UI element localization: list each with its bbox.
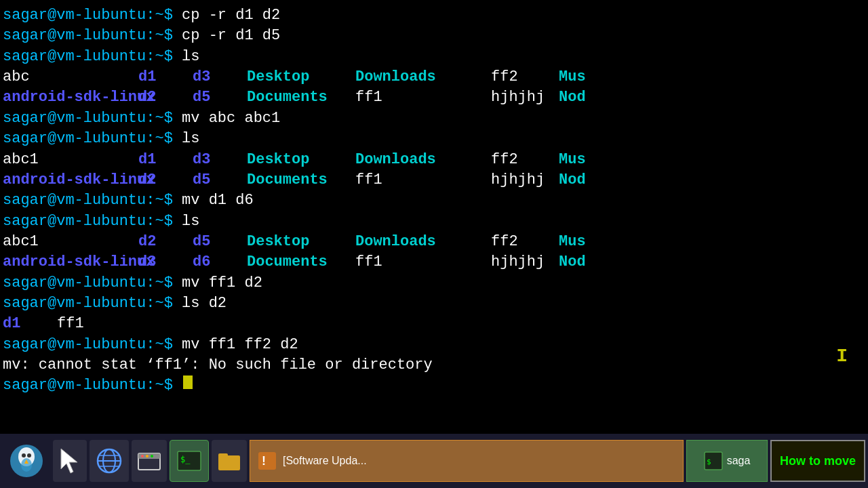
howto-label-button[interactable]: How to move bbox=[770, 440, 865, 482]
ls-item: Nod bbox=[559, 170, 586, 190]
prompt: sagar@vm-lubuntu:~$ bbox=[3, 190, 182, 211]
start-menu-button[interactable] bbox=[3, 440, 50, 482]
prompt: sagar@vm-lubuntu:~$ bbox=[3, 293, 182, 314]
prompt: sagar@vm-lubuntu:~$ bbox=[3, 211, 182, 232]
ls-item: android-sdk-linux bbox=[3, 252, 138, 272]
prompt: sagar@vm-lubuntu:~$ bbox=[3, 26, 182, 46]
ls-item: Downloads bbox=[355, 232, 491, 252]
ls-item: Desktop bbox=[247, 232, 355, 252]
command-text: ls bbox=[182, 211, 199, 232]
ls-item: d2 bbox=[138, 87, 193, 108]
command-text: mv abc abc1 bbox=[182, 108, 280, 129]
ls-item: d2 bbox=[138, 170, 193, 190]
terminal-cursor bbox=[183, 375, 193, 389]
command-text: ls d2 bbox=[182, 293, 226, 314]
command-text: mv d1 d6 bbox=[182, 190, 254, 211]
folder-icon bbox=[217, 449, 241, 473]
svg-rect-19 bbox=[218, 455, 240, 470]
prompt: sagar@vm-lubuntu:~$ bbox=[3, 129, 182, 149]
svg-text:!: ! bbox=[262, 454, 266, 468]
taskbar: $_ ! [Software Upda... $ saga How to mov… bbox=[0, 434, 868, 488]
cursor-icon bbox=[58, 447, 81, 474]
prompt: sagar@vm-lubuntu:~$ bbox=[3, 108, 182, 129]
ls-item: d1 bbox=[138, 150, 193, 170]
svg-text:$: $ bbox=[707, 458, 711, 466]
command-text: mv ff1 ff2 d2 bbox=[182, 335, 298, 355]
ls-output-row: android-sdk-linux d2 d5 Documents ff1 hj… bbox=[3, 170, 865, 190]
ls-item: d3 bbox=[193, 67, 247, 87]
terminal: sagar@vm-lubuntu:~$ cp -r d1 d2 sagar@vm… bbox=[0, 0, 868, 434]
ls-item: Mus bbox=[559, 67, 586, 87]
svg-point-3 bbox=[22, 453, 26, 458]
ls-item: Nod bbox=[559, 252, 586, 272]
terminal-line: sagar@vm-lubuntu:~$ mv ff1 ff2 d2 bbox=[3, 335, 865, 355]
software-update-icon: ! bbox=[257, 451, 277, 471]
file-manager-button[interactable] bbox=[132, 440, 167, 482]
svg-rect-20 bbox=[218, 453, 228, 458]
text-cursor-indicator: I bbox=[836, 346, 848, 367]
ls-item: Nod bbox=[559, 87, 586, 108]
command-text: ls bbox=[182, 129, 199, 149]
terminal-icon: $_ bbox=[176, 447, 203, 474]
ls-output-row: android-sdk-linux d3 d6 Documents ff1 hj… bbox=[3, 252, 865, 272]
prompt: sagar@vm-lubuntu:~$ bbox=[3, 5, 182, 26]
ls-item: Downloads bbox=[355, 67, 491, 87]
ls-item: hjhjhj bbox=[491, 252, 559, 272]
ls-item: d6 bbox=[193, 252, 247, 272]
howto-text: How to move bbox=[780, 454, 856, 468]
svg-point-14 bbox=[141, 455, 144, 458]
terminal-line: sagar@vm-lubuntu:~$ cp -r d1 d5 bbox=[3, 26, 865, 46]
ls-item: abc1 bbox=[3, 232, 138, 252]
svg-point-4 bbox=[27, 453, 31, 458]
terminal-line: sagar@vm-lubuntu:~$ ls bbox=[3, 129, 865, 149]
ls-item: ff1 bbox=[355, 252, 491, 272]
svg-marker-6 bbox=[61, 449, 77, 473]
software-update-button[interactable]: ! [Software Upda... bbox=[250, 440, 684, 482]
command-text: mv ff1 d2 bbox=[182, 273, 262, 293]
command-text: cp -r d1 d2 bbox=[182, 5, 280, 26]
cursor-tool-button[interactable] bbox=[53, 440, 87, 482]
browser-button[interactable] bbox=[90, 440, 129, 482]
ls-output-row: d1 ff1 bbox=[3, 314, 865, 334]
ls-output-row: abc1 d2 d5 Desktop Downloads ff2 Mus bbox=[3, 232, 865, 252]
terminal-line: sagar@vm-lubuntu:~$ mv ff1 d2 bbox=[3, 273, 865, 293]
svg-point-15 bbox=[146, 455, 149, 458]
files-button[interactable] bbox=[212, 440, 247, 482]
command-text: cp -r d1 d5 bbox=[182, 26, 280, 46]
svg-text:$_: $_ bbox=[180, 455, 191, 464]
ls-item: Documents bbox=[247, 87, 355, 108]
error-text: mv: cannot stat ‘ff1’: No such file or d… bbox=[3, 355, 433, 375]
terminal-line: sagar@vm-lubuntu:~$ mv d1 d6 bbox=[3, 190, 865, 211]
terminal-line: sagar@vm-lubuntu:~$ ls bbox=[3, 211, 865, 232]
sagar-label: saga bbox=[727, 455, 751, 467]
ls-item: ff1 bbox=[57, 314, 84, 334]
ls-item: d3 bbox=[193, 150, 247, 170]
ls-output-row: abc d1 d3 Desktop Downloads ff2 Mus bbox=[3, 67, 865, 87]
ls-item: hjhjhj bbox=[491, 87, 559, 108]
ls-item: ff2 bbox=[491, 150, 559, 170]
ls-item: abc bbox=[3, 67, 138, 87]
window-icon bbox=[136, 448, 162, 474]
ls-item: d3 bbox=[138, 252, 193, 272]
ls-output-row: abc1 d1 d3 Desktop Downloads ff2 Mus bbox=[3, 150, 865, 170]
svg-rect-21 bbox=[258, 452, 276, 470]
ls-item: d1 bbox=[3, 314, 57, 334]
sagar-terminal-button[interactable]: $ saga bbox=[686, 440, 768, 482]
ls-item: abc1 bbox=[3, 150, 138, 170]
command-text: ls bbox=[182, 47, 199, 67]
globe-icon bbox=[96, 447, 123, 474]
ls-item: Documents bbox=[247, 170, 355, 190]
ls-item: ff1 bbox=[355, 170, 491, 190]
terminal-line: sagar@vm-lubuntu:~$ cp -r d1 d2 bbox=[3, 5, 865, 26]
terminal-line: sagar@vm-lubuntu:~$ ls bbox=[3, 47, 865, 67]
svg-point-16 bbox=[151, 455, 153, 458]
ls-output-row: android-sdk-linux d2 d5 Documents ff1 hj… bbox=[3, 87, 865, 108]
ls-item: d5 bbox=[193, 87, 247, 108]
prompt: sagar@vm-lubuntu:~$ bbox=[3, 335, 182, 355]
ls-item: Downloads bbox=[355, 150, 491, 170]
prompt: sagar@vm-lubuntu:~$ bbox=[3, 375, 182, 396]
ls-item: d2 bbox=[138, 232, 193, 252]
terminal-button[interactable]: $_ bbox=[170, 440, 209, 482]
prompt: sagar@vm-lubuntu:~$ bbox=[3, 273, 182, 293]
ls-item: android-sdk-linux bbox=[3, 170, 138, 190]
